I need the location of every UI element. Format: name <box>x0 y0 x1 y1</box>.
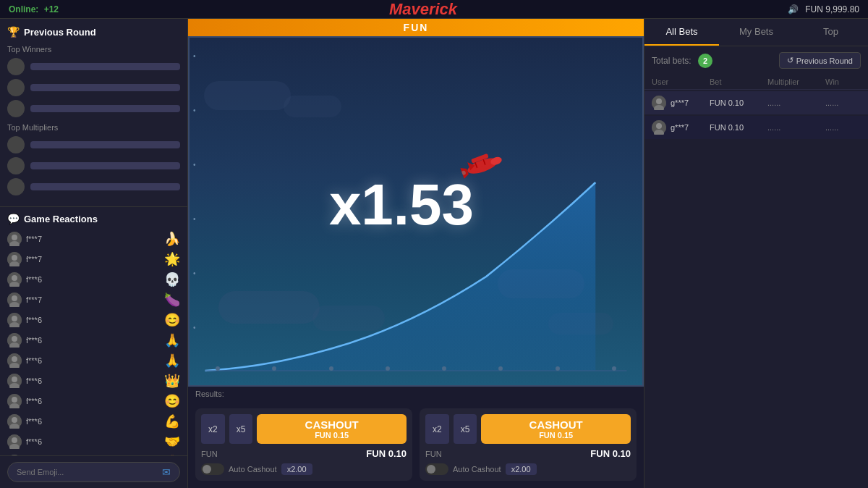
game-reactions-label: Game Reactions <box>24 214 98 224</box>
winner-row-1 <box>7 58 180 75</box>
reaction-emoji: 🙏 <box>164 332 180 348</box>
reaction-row: f***6 💪 <box>7 411 180 432</box>
bet-user: g***7 <box>652 120 710 135</box>
reaction-username: f***6 <box>26 356 42 365</box>
reaction-user-part: f***6 <box>7 414 42 429</box>
sound-icon[interactable]: 🔊 <box>788 4 799 14</box>
tab-all-bets[interactable]: All Bets <box>644 19 719 46</box>
x-dot-7 <box>556 366 560 371</box>
game-reactions-header: 💬 Game Reactions <box>0 207 187 227</box>
y-label-5: • <box>193 269 196 277</box>
winner-bar-1 <box>30 63 180 70</box>
reaction-emoji: 🙏 <box>164 353 180 369</box>
reaction-avatar <box>7 232 22 246</box>
x-dot-3 <box>329 366 333 371</box>
reaction-emoji: 👑 <box>164 373 180 389</box>
x-dot-2 <box>272 366 276 371</box>
col-user: User <box>652 77 710 86</box>
mult-bar-3 <box>30 183 180 190</box>
bets-header: Total bets: 2 ↺ Previous Round <box>644 46 868 75</box>
mult-avatar-2 <box>7 157 25 174</box>
reaction-username: f***6 <box>26 437 42 446</box>
auto-value-1: x2.00 <box>281 463 312 475</box>
mult-avatar-1 <box>7 136 25 153</box>
winner-bar-3 <box>30 105 180 112</box>
reaction-row: f***7 🍆 <box>7 290 180 310</box>
mult-avatar-3 <box>7 178 25 195</box>
top-multipliers-label: Top Multipliers <box>7 123 180 132</box>
send-emoji-button[interactable]: Send Emoji... ✉ <box>7 462 180 482</box>
send-icon[interactable]: ✉ <box>162 466 171 478</box>
reaction-emoji: 🍆 <box>164 292 180 308</box>
multiplier-display: x1.53 <box>329 172 474 238</box>
prev-round-panel: 🏆 Previous Round Top Winners Top Multipl… <box>0 19 187 207</box>
winner-avatar-1 <box>7 58 25 75</box>
cashout-label-2: CASHOUT <box>485 418 626 431</box>
mult-btn-2-x2[interactable]: x2 <box>425 414 449 444</box>
svg-point-31 <box>12 437 17 443</box>
mult-btn-1-x2[interactable]: x2 <box>201 414 225 444</box>
x-dot-5 <box>442 366 446 371</box>
bet-avatar <box>652 120 666 135</box>
balance-value: FUN 9,999.80 <box>805 4 859 14</box>
reaction-avatar <box>7 293 22 307</box>
reaction-avatar <box>7 353 22 368</box>
bet-multiplier-cell: ...... <box>767 98 825 107</box>
bet-amount-cell: FUN 0.10 <box>710 98 767 107</box>
top-winners-label: Top Winners <box>7 45 180 54</box>
reaction-avatar <box>7 434 22 449</box>
bet-label-text-2: FUN <box>425 450 442 458</box>
logo: Maverick <box>389 0 457 19</box>
winner-avatar-2 <box>7 79 25 96</box>
cashout-btn-2[interactable]: CASHOUT FUN 0.15 <box>481 414 631 444</box>
mult-bar-2 <box>30 162 180 169</box>
bet-panel-2: x2 x5 CASHOUT FUN 0.15 FUN FUN 0.10 Auto… <box>420 408 637 481</box>
mult-row-2 <box>7 157 180 174</box>
prev-round-btn[interactable]: ↺ Previous Round <box>779 52 861 69</box>
results-bar: Results: <box>188 387 644 401</box>
reaction-emoji: 😊 <box>164 312 180 328</box>
reaction-username: f***7 <box>26 295 42 304</box>
reaction-emoji: 💪 <box>164 413 180 429</box>
mult-row-1 <box>7 136 180 153</box>
auto-cashout-toggle-1[interactable] <box>201 463 224 475</box>
cashout-btn-1[interactable]: CASHOUT FUN 0.15 <box>257 414 407 444</box>
mult-btn-2-x5[interactable]: x5 <box>454 414 477 444</box>
svg-point-7 <box>12 275 17 281</box>
svg-point-50 <box>656 98 662 104</box>
bet-multiplier-cell: ...... <box>767 123 825 132</box>
reaction-emoji: 🤝 <box>164 434 180 450</box>
tab-top[interactable]: Top <box>793 19 868 46</box>
bet-avatar <box>652 96 666 110</box>
bet-user: g***7 <box>652 96 710 110</box>
x-dot-6 <box>498 366 503 371</box>
svg-point-53 <box>656 123 662 129</box>
svg-point-19 <box>12 356 17 362</box>
auto-label-2: Auto Cashout <box>453 465 501 474</box>
bet-label-text-1: FUN <box>201 450 218 458</box>
y-label-2: • <box>193 106 196 114</box>
mult-btn-1-x5[interactable]: x5 <box>229 414 253 444</box>
y-label-1: • <box>193 52 196 60</box>
col-bet: Bet <box>710 77 767 86</box>
reaction-row: f***6 🙏 <box>7 330 180 350</box>
right-panel: All Bets My Bets Top Total bets: 2 ↺ Pre… <box>644 19 868 488</box>
svg-point-13 <box>12 316 17 321</box>
bet-username: g***7 <box>671 123 689 132</box>
winner-avatar-3 <box>7 100 25 117</box>
bet-username: g***7 <box>671 98 689 107</box>
bet-panel-1: x2 x5 CASHOUT FUN 0.15 FUN FUN 0.10 Auto… <box>195 408 412 481</box>
auto-cashout-toggle-2[interactable] <box>425 463 448 475</box>
bet-row: g***7 FUN 0.10 ...... ...... <box>644 91 868 114</box>
tab-my-bets[interactable]: My Bets <box>719 19 793 46</box>
reaction-username: f***6 <box>26 397 42 405</box>
svg-point-10 <box>12 295 17 301</box>
reaction-row: f***6 💀 <box>7 269 180 290</box>
auto-row-1: Auto Cashout x2.00 <box>201 463 407 475</box>
svg-point-16 <box>12 336 17 342</box>
reaction-avatar <box>7 333 22 348</box>
reaction-user-part: f***6 <box>7 434 42 449</box>
reaction-user-part: f***7 <box>7 293 42 307</box>
chat-icon: 💬 <box>7 213 20 224</box>
results-label: Results: <box>195 390 224 398</box>
